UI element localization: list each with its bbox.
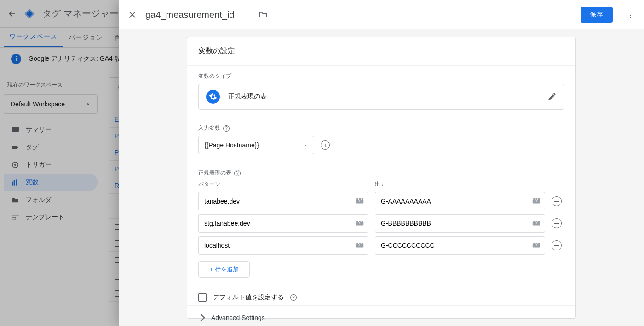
regex-table: パターン 出力 <box>198 180 564 278</box>
pattern-header: パターン <box>198 180 368 188</box>
config-card: 変数の設定 変数のタイプ 正規表現の表 入力変数 ? <box>187 37 576 319</box>
pattern-input[interactable] <box>198 214 351 233</box>
input-variable-label: 入力変数 ? <box>198 124 564 132</box>
svg-rect-23 <box>533 221 535 222</box>
svg-rect-12 <box>359 198 361 200</box>
info-icon[interactable]: i <box>321 140 330 150</box>
pattern-cell <box>198 214 368 233</box>
panel-header: 保存 ⋮ <box>119 0 644 29</box>
regex-row <box>198 236 564 255</box>
svg-rect-27 <box>356 243 358 244</box>
remove-row-icon[interactable] <box>552 218 562 228</box>
svg-rect-25 <box>538 221 540 222</box>
help-icon[interactable]: ? <box>234 170 241 176</box>
svg-rect-32 <box>536 243 538 244</box>
folder-icon[interactable] <box>259 10 268 19</box>
select-value: {{Page Hostname}} <box>204 141 259 149</box>
advanced-settings-expander[interactable]: Advanced Settings <box>187 305 575 326</box>
regex-table-section: 正規表現の表 ? パターン 出力 <box>187 163 575 286</box>
type-label: 変数のタイプ <box>198 72 564 80</box>
insert-variable-icon[interactable] <box>351 192 368 210</box>
add-row-button[interactable]: + 行を追加 <box>198 261 250 278</box>
type-section: 変数のタイプ 正規表現の表 <box>187 66 575 118</box>
variable-name-input[interactable] <box>145 10 251 20</box>
regex-headers: パターン 出力 <box>198 180 564 188</box>
insert-variable-icon[interactable] <box>528 192 545 210</box>
help-icon[interactable]: ? <box>223 125 230 132</box>
advanced-label: Advanced Settings <box>211 314 265 321</box>
pattern-cell <box>198 192 368 210</box>
insert-variable-icon[interactable] <box>351 214 368 233</box>
output-cell <box>375 236 545 255</box>
svg-rect-28 <box>359 243 361 244</box>
svg-rect-16 <box>536 198 538 200</box>
label-text: 正規表現の表 <box>198 169 231 177</box>
svg-rect-20 <box>359 221 361 222</box>
insert-variable-icon[interactable] <box>351 236 368 255</box>
help-icon[interactable]: ? <box>290 294 297 301</box>
input-variable-section: 入力変数 ? {{Page Hostname}} i <box>187 118 575 163</box>
output-input[interactable] <box>375 214 528 233</box>
input-variable-row: {{Page Hostname}} i <box>198 136 564 154</box>
regex-row <box>198 214 564 233</box>
output-cell <box>375 214 545 233</box>
svg-rect-31 <box>533 243 535 244</box>
default-value-row: デフォルト値を設定する ? <box>187 286 575 305</box>
remove-row-icon[interactable] <box>552 240 562 250</box>
regex-table-label: 正規表現の表 ? <box>198 169 564 177</box>
svg-rect-19 <box>356 221 358 222</box>
output-input[interactable] <box>375 192 528 210</box>
save-button[interactable]: 保存 <box>581 7 613 23</box>
output-header: 出力 <box>375 180 545 188</box>
insert-variable-icon[interactable] <box>528 214 545 233</box>
label-text: 入力変数 <box>198 124 220 132</box>
more-menu-icon[interactable]: ⋮ <box>626 10 635 19</box>
svg-rect-17 <box>538 198 540 200</box>
output-cell <box>375 192 545 210</box>
svg-rect-29 <box>362 243 363 244</box>
svg-rect-33 <box>538 243 540 244</box>
chevron-right-icon <box>197 314 205 322</box>
svg-rect-24 <box>536 221 538 222</box>
panel-body: 変数の設定 変数のタイプ 正規表現の表 入力変数 ? <box>119 29 644 326</box>
variable-editor-panel: 保存 ⋮ 変数の設定 変数のタイプ 正規表現の表 入力変数 <box>119 0 644 326</box>
pattern-input[interactable] <box>198 192 351 210</box>
default-value-label: デフォルト値を設定する <box>213 293 284 302</box>
gear-icon <box>206 90 220 104</box>
variable-type-selector[interactable]: 正規表現の表 <box>198 84 564 110</box>
config-title: 変数の設定 <box>187 37 575 66</box>
default-value-checkbox[interactable] <box>198 293 207 302</box>
svg-rect-15 <box>533 198 535 200</box>
variable-type-name: 正規表現の表 <box>228 93 539 101</box>
chevron-down-icon <box>304 143 308 147</box>
remove-row-icon[interactable] <box>552 196 562 206</box>
pattern-cell <box>198 236 368 255</box>
svg-rect-21 <box>362 221 363 222</box>
pattern-input[interactable] <box>198 236 351 255</box>
insert-variable-icon[interactable] <box>528 236 545 255</box>
svg-rect-11 <box>356 198 358 200</box>
output-input[interactable] <box>375 236 528 255</box>
edit-icon[interactable] <box>547 92 557 101</box>
input-variable-select[interactable]: {{Page Hostname}} <box>198 136 314 154</box>
svg-rect-13 <box>362 198 363 200</box>
close-icon[interactable] <box>128 10 138 20</box>
regex-row <box>198 192 564 210</box>
